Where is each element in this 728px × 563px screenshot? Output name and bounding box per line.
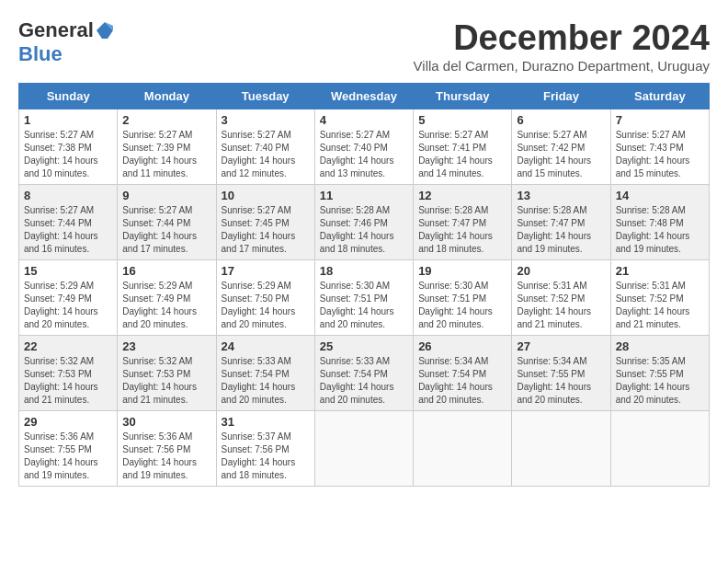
table-row: 22 Sunrise: 5:32 AM Sunset: 7:53 PM Dayl…: [19, 336, 118, 411]
daylight: Daylight: 14 hours and 21 minutes.: [616, 306, 690, 329]
calendar-row-3: 15 Sunrise: 5:29 AM Sunset: 7:49 PM Dayl…: [19, 260, 710, 336]
sunset: Sunset: 7:52 PM: [616, 293, 684, 304]
sunset: Sunset: 7:52 PM: [517, 293, 585, 304]
logo-blue: Blue: [18, 42, 63, 65]
calendar-header-row: Sunday Monday Tuesday Wednesday Thursday…: [19, 84, 710, 109]
day-number: 31: [222, 415, 310, 429]
daylight: Daylight: 14 hours and 14 minutes.: [418, 155, 493, 178]
day-number: 4: [320, 113, 408, 127]
sunset: Sunset: 7:56 PM: [122, 444, 190, 454]
sunset: Sunset: 7:54 PM: [418, 369, 486, 379]
sunrise: Sunrise: 5:30 AM: [320, 281, 390, 291]
day-number: 3: [222, 113, 310, 127]
sunrise: Sunrise: 5:28 AM: [320, 205, 390, 215]
sunset: Sunset: 7:47 PM: [418, 218, 486, 228]
day-number: 8: [24, 189, 112, 202]
sunrise: Sunrise: 5:27 AM: [222, 205, 291, 215]
table-row: [610, 411, 709, 487]
table-row: 6 Sunrise: 5:27 AM Sunset: 7:42 PM Dayli…: [512, 109, 610, 185]
sunrise: Sunrise: 5:29 AM: [122, 281, 192, 291]
daylight: Daylight: 14 hours and 19 minutes.: [122, 457, 197, 480]
sunset: Sunset: 7:41 PM: [418, 143, 486, 153]
sunrise: Sunrise: 5:28 AM: [418, 205, 488, 215]
calendar-table: Sunday Monday Tuesday Wednesday Thursday…: [18, 83, 710, 487]
sunset: Sunset: 7:53 PM: [122, 369, 190, 379]
day-number: 24: [222, 339, 310, 353]
table-row: 29 Sunrise: 5:36 AM Sunset: 7:55 PM Dayl…: [19, 411, 118, 487]
daylight: Daylight: 14 hours and 13 minutes.: [320, 155, 394, 178]
col-monday: Monday: [118, 84, 216, 109]
daylight: Daylight: 14 hours and 20 minutes.: [222, 306, 296, 329]
sunset: Sunset: 7:49 PM: [24, 293, 92, 304]
table-row: 8 Sunrise: 5:27 AM Sunset: 7:44 PM Dayli…: [19, 185, 118, 260]
day-info: Sunrise: 5:28 AM Sunset: 7:47 PM Dayligh…: [418, 204, 506, 256]
day-info: Sunrise: 5:27 AM Sunset: 7:38 PM Dayligh…: [24, 129, 112, 180]
day-number: 7: [616, 113, 704, 127]
table-row: 17 Sunrise: 5:29 AM Sunset: 7:50 PM Dayl…: [216, 260, 314, 336]
daylight: Daylight: 14 hours and 18 minutes.: [418, 231, 493, 254]
table-row: 14 Sunrise: 5:28 AM Sunset: 7:48 PM Dayl…: [610, 185, 709, 260]
day-number: 10: [222, 189, 310, 202]
daylight: Daylight: 14 hours and 20 minutes.: [418, 382, 493, 405]
sunrise: Sunrise: 5:27 AM: [320, 130, 390, 140]
day-number: 5: [418, 113, 506, 127]
day-number: 6: [517, 113, 605, 127]
table-row: [314, 411, 413, 487]
day-info: Sunrise: 5:35 AM Sunset: 7:55 PM Dayligh…: [616, 355, 704, 407]
calendar-row-1: 1 Sunrise: 5:27 AM Sunset: 7:38 PM Dayli…: [19, 109, 710, 185]
table-row: 21 Sunrise: 5:31 AM Sunset: 7:52 PM Dayl…: [610, 260, 709, 336]
sunset: Sunset: 7:40 PM: [222, 143, 290, 153]
sunrise: Sunrise: 5:29 AM: [24, 281, 94, 291]
table-row: 28 Sunrise: 5:35 AM Sunset: 7:55 PM Dayl…: [610, 336, 709, 411]
sunrise: Sunrise: 5:27 AM: [517, 130, 586, 140]
table-row: 7 Sunrise: 5:27 AM Sunset: 7:43 PM Dayli…: [610, 109, 709, 185]
day-number: 18: [320, 264, 408, 278]
day-info: Sunrise: 5:28 AM Sunset: 7:46 PM Dayligh…: [320, 204, 408, 256]
title-section: December 2024 Villa del Carmen, Durazno …: [414, 18, 710, 74]
sunrise: Sunrise: 5:28 AM: [517, 205, 586, 215]
month-title: December 2024: [414, 18, 710, 58]
table-row: 24 Sunrise: 5:33 AM Sunset: 7:54 PM Dayl…: [216, 336, 314, 411]
sunrise: Sunrise: 5:31 AM: [616, 281, 686, 291]
table-row: 27 Sunrise: 5:34 AM Sunset: 7:55 PM Dayl…: [512, 336, 610, 411]
day-number: 13: [517, 189, 605, 202]
col-sunday: Sunday: [19, 84, 118, 109]
day-info: Sunrise: 5:28 AM Sunset: 7:48 PM Dayligh…: [616, 204, 704, 256]
sunset: Sunset: 7:49 PM: [122, 293, 190, 304]
daylight: Daylight: 14 hours and 19 minutes.: [616, 231, 690, 254]
table-row: 23 Sunrise: 5:32 AM Sunset: 7:53 PM Dayl…: [118, 336, 216, 411]
day-info: Sunrise: 5:29 AM Sunset: 7:49 PM Dayligh…: [122, 280, 210, 331]
sunset: Sunset: 7:45 PM: [222, 218, 290, 228]
sunrise: Sunrise: 5:30 AM: [418, 281, 488, 291]
sunset: Sunset: 7:54 PM: [222, 369, 290, 379]
logo-bird-icon: [95, 20, 115, 40]
sunset: Sunset: 7:51 PM: [418, 293, 486, 304]
table-row: 19 Sunrise: 5:30 AM Sunset: 7:51 PM Dayl…: [414, 260, 512, 336]
day-info: Sunrise: 5:27 AM Sunset: 7:39 PM Dayligh…: [122, 129, 210, 180]
day-info: Sunrise: 5:27 AM Sunset: 7:45 PM Dayligh…: [222, 204, 310, 256]
daylight: Daylight: 14 hours and 20 minutes.: [517, 382, 591, 405]
day-number: 25: [320, 339, 408, 353]
logo-general: General: [18, 18, 94, 42]
sunset: Sunset: 7:56 PM: [222, 444, 290, 454]
svg-marker-0: [97, 22, 113, 39]
daylight: Daylight: 14 hours and 15 minutes.: [517, 155, 591, 178]
table-row: 12 Sunrise: 5:28 AM Sunset: 7:47 PM Dayl…: [414, 185, 512, 260]
daylight: Daylight: 14 hours and 19 minutes.: [517, 231, 591, 254]
col-friday: Friday: [512, 84, 610, 109]
daylight: Daylight: 14 hours and 20 minutes.: [616, 382, 690, 405]
day-info: Sunrise: 5:37 AM Sunset: 7:56 PM Dayligh…: [222, 431, 310, 482]
day-number: 14: [616, 189, 704, 202]
col-tuesday: Tuesday: [216, 84, 314, 109]
day-number: 17: [222, 264, 310, 278]
day-number: 12: [418, 189, 506, 202]
table-row: 3 Sunrise: 5:27 AM Sunset: 7:40 PM Dayli…: [216, 109, 314, 185]
sunrise: Sunrise: 5:34 AM: [517, 356, 586, 366]
sunrise: Sunrise: 5:34 AM: [418, 356, 488, 366]
day-info: Sunrise: 5:30 AM Sunset: 7:51 PM Dayligh…: [320, 280, 408, 331]
daylight: Daylight: 14 hours and 20 minutes.: [320, 382, 394, 405]
day-info: Sunrise: 5:29 AM Sunset: 7:50 PM Dayligh…: [222, 280, 310, 331]
daylight: Daylight: 14 hours and 21 minutes.: [122, 382, 197, 405]
calendar-row-5: 29 Sunrise: 5:36 AM Sunset: 7:55 PM Dayl…: [19, 411, 710, 487]
day-info: Sunrise: 5:36 AM Sunset: 7:55 PM Dayligh…: [24, 431, 112, 482]
